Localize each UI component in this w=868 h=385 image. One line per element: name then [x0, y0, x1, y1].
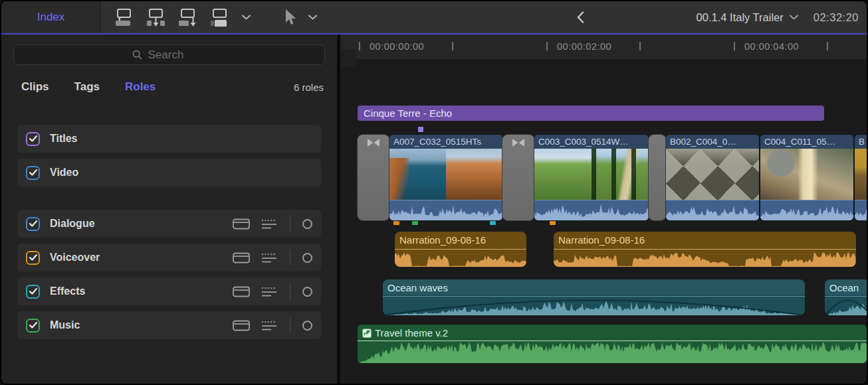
show-audio-lanes-icon[interactable]: [233, 218, 250, 230]
check-icon: [29, 135, 37, 142]
video-clip[interactable]: B: [855, 135, 867, 220]
role-row-video[interactable]: Video: [17, 159, 321, 187]
keyframe-marker[interactable]: [418, 127, 423, 132]
focus-role-icon[interactable]: [261, 218, 278, 230]
video-clip[interactable]: A007_C032_0515HTs: [389, 135, 502, 220]
clip-audio-waveform: [666, 200, 759, 220]
narration-clip[interactable]: Narration_09-08-16: [395, 232, 526, 267]
project-dropdown-chevron-icon[interactable]: [790, 15, 798, 20]
clip-marker-orange[interactable]: [393, 221, 399, 225]
role-row-titles[interactable]: Titles: [17, 125, 321, 153]
timeline: 00:00:00:00 00:00:02:00 00:00:04:00 Cinq…: [340, 35, 867, 385]
cross-dissolve-icon: [512, 139, 525, 147]
video-clip[interactable]: B002_C004_0…: [666, 135, 759, 220]
tool-menu-dropdown[interactable]: [306, 7, 319, 28]
clip-audio-waveform: [389, 200, 502, 220]
clip-marker-orange[interactable]: [550, 221, 556, 225]
music-clip[interactable]: Travel theme v.2: [358, 325, 867, 363]
append-edit-icon: [176, 7, 199, 27]
insert-edit-icon: [144, 7, 167, 27]
role-row-effects[interactable]: Effects: [17, 277, 321, 305]
clip-thumbnails: [855, 149, 867, 200]
clip-marker-cyan[interactable]: [490, 221, 496, 225]
edit-options-dropdown[interactable]: [239, 7, 253, 28]
role-label: Titles: [50, 133, 78, 145]
audio-clip-name: Ocean: [825, 279, 867, 295]
role-row-dialogue[interactable]: Dialogue: [17, 210, 321, 238]
clip-audio-waveform: [855, 200, 867, 220]
ruler-label: 00:00:00:00: [370, 41, 424, 52]
check-icon: [29, 220, 37, 227]
clip-thumbnails: [534, 149, 649, 200]
role-label: Video: [50, 167, 78, 179]
clip-thumbnails: [389, 149, 502, 200]
overwrite-edit-button[interactable]: [207, 7, 231, 28]
audio-waveform: [554, 249, 856, 267]
insert-edit-button[interactable]: [144, 7, 167, 28]
clip-thumbnails: [760, 149, 853, 200]
audio-waveform: [358, 341, 867, 363]
roles-list: Titles Video Dialogue: [1, 125, 337, 339]
append-edit-button[interactable]: [175, 7, 199, 28]
cross-dissolve-transition[interactable]: [502, 135, 534, 220]
title-clip-name: Cinque Terre - Echo: [364, 108, 452, 119]
ocean-waves-clip[interactable]: Ocean waves: [383, 279, 805, 315]
project-title[interactable]: 00.1.4 Italy Trailer: [697, 11, 784, 24]
connect-edit-icon: [112, 7, 135, 27]
tab-roles[interactable]: Roles: [125, 80, 156, 94]
divider: [290, 250, 290, 266]
back-button[interactable]: [572, 1, 589, 33]
back-chevron-icon: [577, 11, 584, 23]
divider: [290, 317, 290, 333]
index-panel: Clips Tags Roles 6 roles Titles Video: [1, 35, 340, 385]
select-tool-button[interactable]: [278, 7, 302, 28]
music-checkbox[interactable]: [26, 319, 40, 333]
dialogue-checkbox[interactable]: [26, 217, 40, 231]
effects-checkbox[interactable]: [26, 285, 40, 299]
overwrite-edit-icon: [208, 7, 231, 27]
ocean-waves-clip[interactable]: Ocean: [825, 279, 867, 315]
focus-role-icon[interactable]: [261, 286, 278, 297]
audio-clip-name: Narration_09-08-16: [554, 232, 856, 247]
check-icon: [29, 254, 37, 261]
clip-audio-waveform: [760, 200, 853, 220]
focus-role-icon[interactable]: [261, 252, 278, 264]
titles-checkbox[interactable]: [26, 132, 40, 146]
video-clip-name: B: [855, 135, 867, 149]
timeline-ruler[interactable]: 00:00:00:00 00:00:02:00 00:00:04:00: [340, 35, 867, 59]
cross-dissolve-transition[interactable]: [649, 135, 666, 220]
show-audio-lanes-icon[interactable]: [233, 286, 250, 297]
show-audio-lanes-icon[interactable]: [233, 320, 250, 331]
video-clip[interactable]: C004_C011_05…: [760, 135, 853, 220]
focus-role-icon[interactable]: [261, 320, 278, 331]
divider: [290, 283, 290, 299]
search-field[interactable]: [13, 44, 325, 65]
clip-marker-green[interactable]: [412, 221, 418, 225]
project-duration: 02:32:20: [814, 11, 859, 24]
ruler-label: 00:00:04:00: [744, 41, 799, 52]
solo-button[interactable]: [302, 253, 312, 263]
title-clip[interactable]: Cinque Terre - Echo: [358, 106, 824, 121]
connect-edit-button[interactable]: [112, 7, 136, 28]
check-icon: [29, 288, 37, 295]
solo-button[interactable]: [302, 219, 312, 229]
video-checkbox[interactable]: [26, 166, 40, 180]
edit-tools-group: [101, 7, 319, 28]
tab-clips[interactable]: Clips: [21, 80, 49, 94]
narration-clip[interactable]: Narration_09-08-16: [554, 232, 856, 267]
cross-dissolve-transition[interactable]: [358, 135, 389, 220]
voiceover-checkbox[interactable]: [26, 251, 40, 265]
timeline-gutter: [340, 50, 356, 67]
compound-clip-icon: [362, 329, 372, 338]
video-clip-name: B002_C004_0…: [666, 135, 759, 149]
show-audio-lanes-icon[interactable]: [233, 252, 250, 264]
role-row-voiceover[interactable]: Voiceover: [17, 244, 321, 271]
tab-tags[interactable]: Tags: [74, 80, 100, 94]
solo-button[interactable]: [302, 321, 312, 331]
role-label: Dialogue: [50, 218, 95, 230]
video-clip[interactable]: C003_C003_0514W…: [534, 135, 649, 220]
role-row-music[interactable]: Music: [17, 311, 321, 339]
index-button[interactable]: Index: [1, 1, 101, 33]
solo-button[interactable]: [302, 287, 312, 297]
search-input[interactable]: [147, 48, 207, 62]
